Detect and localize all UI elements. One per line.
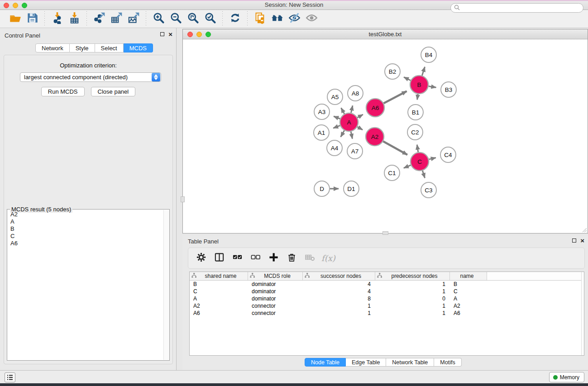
tab-select[interactable]: Select [95,43,124,52]
export-table-button[interactable] [108,12,125,26]
result-list-item[interactable]: B [7,225,163,233]
import-table-button[interactable] [66,12,83,26]
mcds-result-list[interactable]: A2ABCA6 [7,211,163,360]
hide-details-button[interactable] [286,12,303,26]
node-A1[interactable]: A1 [314,125,329,140]
edge-B-B3[interactable] [429,86,436,88]
node-D1[interactable]: D1 [344,181,359,196]
node-B1[interactable]: B1 [408,105,423,120]
tab-mcds[interactable]: MCDS [124,43,153,52]
task-history-button[interactable] [5,372,15,382]
network-canvas[interactable]: B4 B2 B B3 A8 A5 A6 A3 B1 A A1 C2 A2 [183,39,588,233]
tab-motifs[interactable]: Motifs [434,358,461,367]
export-network-button[interactable] [91,12,108,26]
node-A6[interactable]: A6 [366,99,384,117]
zoom-in-button[interactable] [150,12,167,26]
tab-edge-table[interactable]: Edge Table [346,358,386,367]
edge-C-C4[interactable] [429,157,435,159]
node-C2[interactable]: C2 [407,124,423,140]
node-A3[interactable]: A3 [314,104,330,119]
node-C3[interactable]: C3 [421,182,436,198]
result-list-item[interactable]: A6 [7,240,163,247]
node-A5[interactable]: A5 [327,89,343,105]
edge-C-C2[interactable] [417,145,418,152]
node-B2[interactable]: B2 [385,64,400,79]
canvas-left-handle[interactable] [181,196,185,202]
edge-A-A2[interactable] [357,127,363,130]
edge-A-A8[interactable] [351,105,353,113]
node-D[interactable]: D [314,181,330,196]
resize-grip-icon[interactable] [581,226,587,233]
close-panel-icon[interactable]: × [168,32,172,36]
table-float-panel-icon[interactable] [572,238,576,243]
edge-A-A6[interactable] [357,114,363,118]
tab-network[interactable]: Network [35,43,70,52]
tab-network-table[interactable]: Network Table [386,358,434,367]
table-row[interactable]: A6connector11A6 [190,310,584,317]
node-A2[interactable]: A2 [366,128,384,146]
network-window-titlebar[interactable]: testGlobe.txt [183,29,588,39]
home-button[interactable] [268,12,286,26]
node-A8[interactable]: A8 [348,86,363,101]
edge-A2-C[interactable] [383,141,407,155]
result-list-item[interactable]: C [7,233,163,240]
deselect-all-button[interactable] [247,251,263,266]
close-panel-button[interactable]: Close panel [91,87,136,96]
node-A[interactable]: A [340,113,358,131]
zoom-fit-button[interactable] [184,12,201,26]
open-button[interactable] [6,12,24,26]
result-list-item[interactable]: A2 [7,211,163,218]
edge-B-B2[interactable] [404,77,411,80]
node-C4[interactable]: C4 [440,147,456,162]
zoom-selected-button[interactable] [201,12,219,26]
edge-A6-B[interactable] [384,91,407,103]
column-header-MCDS-role[interactable]: MCDS role [248,272,303,280]
refresh-button[interactable] [226,12,244,26]
node-A7[interactable]: A7 [347,143,363,159]
node-A4[interactable]: A4 [327,140,342,156]
show-details-button[interactable] [303,12,320,26]
edge-A-A7[interactable] [351,132,352,139]
column-header-shared-name[interactable]: shared name [190,272,248,280]
table-close-panel-icon[interactable]: × [580,238,584,243]
column-header-predecessor-nodes[interactable]: predecessor nodes [375,272,450,280]
column-header-name[interactable]: name [450,272,487,280]
node-C1[interactable]: C1 [384,165,400,181]
table-row[interactable]: Cdominator41C [190,288,584,295]
canvas-bottom-handle[interactable] [382,231,388,235]
tab-style[interactable]: Style [70,43,95,52]
delete-table-button[interactable] [301,251,318,266]
table-row[interactable]: Bdominator41B [190,281,584,288]
search-input[interactable] [460,5,583,12]
delete-button[interactable] [283,251,300,266]
save-button[interactable] [24,12,41,26]
criterion-dropdown[interactable]: largest connected component (directed) [20,72,161,82]
run-mcds-button[interactable]: Run MCDS [41,87,85,96]
result-list-item[interactable]: A [7,218,163,225]
result-scrollbar[interactable] [163,210,169,360]
zoom-out-button[interactable] [167,12,184,26]
edge-C-C1[interactable] [404,165,411,168]
function-builder-button[interactable]: f(x) [320,253,335,263]
edge-A-A5[interactable] [341,108,344,114]
table-row[interactable]: A2connector11A2 [190,302,584,310]
duplicate-network-button[interactable] [251,12,268,26]
add-button[interactable] [265,251,282,266]
table-row[interactable]: Adominator80A [190,295,584,302]
settings-button[interactable] [193,251,209,266]
node-B4[interactable]: B4 [421,47,436,62]
float-panel-icon[interactable] [160,32,164,36]
edge-C-C3[interactable] [422,171,425,178]
edge-A-A1[interactable] [333,125,340,128]
search-field[interactable] [450,3,583,13]
edge-A-A4[interactable] [341,130,344,137]
edge-B-B4[interactable] [422,67,425,76]
node-B[interactable]: B [410,76,428,94]
edge-A-A3[interactable] [334,116,340,119]
memory-button[interactable]: Memory [549,372,584,382]
table-scrollbar[interactable] [581,272,584,355]
node-B3[interactable]: B3 [441,82,456,97]
import-network-button[interactable] [48,12,66,26]
column-header-successor-nodes[interactable]: successor nodes [303,272,375,280]
edge-B-B1[interactable] [417,94,418,100]
